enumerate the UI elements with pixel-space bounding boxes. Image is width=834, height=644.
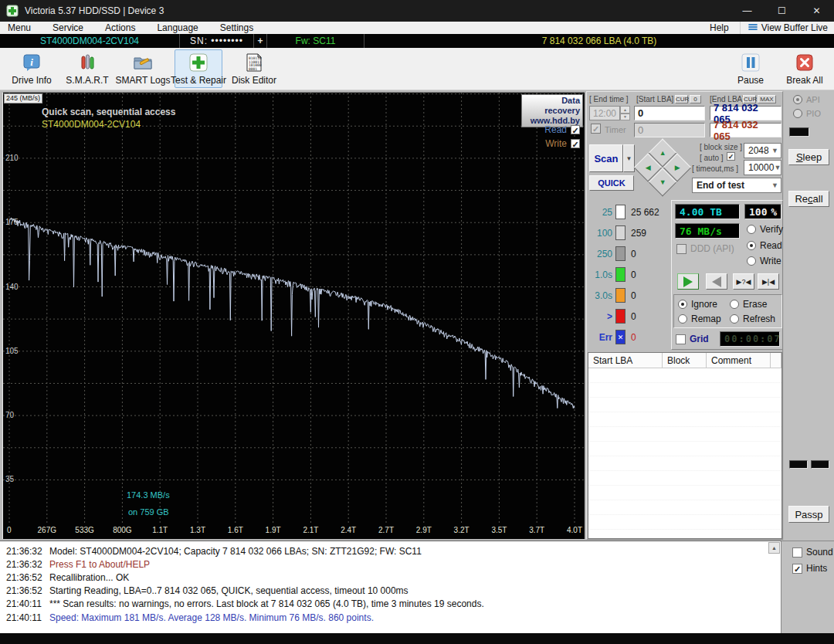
scan-dropdown-button[interactable]: ▼	[623, 144, 635, 172]
log-side-options: Sound Hints	[781, 541, 834, 633]
y-tick-label: 175	[5, 218, 19, 226]
drive-info-button[interactable]: i Drive Info	[8, 49, 56, 88]
log-scroll-up-button[interactable]: ▲	[768, 542, 780, 554]
play-forward-button[interactable]	[677, 273, 699, 290]
timer-input[interactable]: 0	[634, 123, 705, 137]
timer-checkbox[interactable]	[591, 124, 601, 134]
log-panel[interactable]: 21:36:32Model: ST4000DM004-2CV104; Capac…	[0, 541, 781, 633]
remap-radio[interactable]	[678, 314, 687, 324]
menu-item-actions[interactable]: Actions	[94, 22, 146, 34]
remap-option[interactable]: Remap	[678, 314, 721, 324]
erase-option[interactable]: Erase	[730, 299, 767, 310]
read-checkbox[interactable]	[571, 125, 580, 134]
passp-button[interactable]: Passp	[788, 506, 829, 523]
break-all-button[interactable]: Break All	[783, 49, 826, 88]
x-tick-label: 2.9T	[416, 526, 432, 534]
read-legend-label: Read	[544, 124, 567, 135]
api-radio[interactable]	[793, 95, 802, 104]
drive-info-bar: ST4000DM004-2CV104 SN: •••••••• + Fw: SC…	[0, 34, 834, 48]
sound-option[interactable]: Sound	[792, 547, 833, 558]
write-radio[interactable]	[747, 256, 756, 266]
verify-radio[interactable]	[747, 225, 756, 234]
y-tick-label: 70	[5, 411, 14, 419]
pio-radio[interactable]	[793, 109, 802, 118]
start-lba-zero-button[interactable]: 0	[690, 95, 701, 103]
defect-action-box: Ignore Erase Remap Refresh	[673, 294, 782, 328]
stat-row-fast: 2525 662	[589, 205, 659, 219]
menu-item-settings[interactable]: Settings	[209, 22, 264, 34]
read-option[interactable]: Read	[747, 240, 782, 251]
auto-label: [ auto ]	[700, 154, 724, 162]
sleep-button[interactable]: Sleep	[788, 149, 829, 165]
view-buffer-live-button[interactable]: View Buffer Live	[740, 22, 834, 34]
smart-logs-button[interactable]: SMART Logs	[119, 49, 167, 88]
close-button[interactable]: ✕	[799, 0, 834, 22]
scan-button[interactable]: Scan	[589, 144, 623, 172]
menu-item-menu[interactable]: Menu	[0, 22, 42, 34]
stat-count: 259	[631, 228, 646, 239]
sound-checkbox[interactable]	[792, 547, 802, 558]
sleep-label: leep	[803, 151, 822, 163]
minimize-button[interactable]: —	[730, 0, 764, 22]
hints-checkbox[interactable]	[792, 564, 802, 574]
ignore-radio[interactable]	[678, 300, 687, 309]
auto-checkbox[interactable]	[727, 152, 735, 161]
col-block[interactable]: Block	[663, 353, 707, 368]
stat-block	[615, 246, 626, 261]
binary-document-icon: 010110 110011 101000 0001	[244, 53, 264, 73]
disk-editor-button[interactable]: 010110 110011 101000 0001 Disk Editor	[230, 49, 278, 88]
graph-subtitle: ST4000DM004-2CV104	[42, 119, 141, 130]
hints-option[interactable]: Hints	[792, 563, 827, 574]
ddd-checkbox[interactable]	[676, 244, 687, 254]
write-checkbox[interactable]	[571, 139, 580, 148]
refresh-option[interactable]: Refresh	[730, 314, 775, 324]
ddd-option[interactable]: DDD (API)	[676, 243, 734, 254]
test-control-panel: [ End time ] [Start LBA] CUR 0 [End LBA]…	[586, 91, 783, 540]
pause-button[interactable]: Pause	[729, 49, 772, 88]
x-tick-label: 3.2T	[454, 526, 470, 534]
pio-option[interactable]: PIO	[793, 109, 821, 118]
api-option[interactable]: API	[793, 95, 820, 104]
timeout-select[interactable]: 10000▼	[744, 160, 781, 175]
col-comment[interactable]: Comment	[707, 353, 771, 368]
start-lba-cur-button[interactable]: CUR	[675, 95, 688, 103]
grid-option[interactable]: Grid	[676, 334, 709, 344]
defect-table[interactable]: Start LBA Block Comment	[588, 352, 782, 539]
side-strip: API PIO Sleep Recall Passp	[784, 90, 834, 541]
play-backward-button[interactable]	[706, 273, 727, 290]
start-lba-input[interactable]: 0	[634, 106, 705, 120]
grid-checkbox[interactable]	[676, 334, 686, 344]
maximize-button[interactable]: ☐	[764, 0, 799, 22]
refresh-radio[interactable]	[730, 314, 739, 324]
ignore-option[interactable]: Ignore	[678, 299, 717, 310]
verify-option[interactable]: Verify	[747, 224, 783, 235]
speed-graph[interactable]: 245 (MB/s) 2101751401057035 Quick scan, …	[2, 92, 585, 539]
seek-edge-button[interactable]: ▶|◀	[758, 273, 779, 290]
menu-item-help[interactable]: Help	[702, 22, 740, 34]
view-buffer-live-label: View Buffer Live	[761, 22, 828, 33]
quick-button[interactable]: QUICK	[589, 175, 634, 191]
write-option[interactable]: Write	[747, 256, 781, 266]
percent-lcd: 100%	[744, 204, 781, 219]
end-of-test-select[interactable]: End of test▼	[692, 178, 781, 193]
read-radio[interactable]	[747, 241, 756, 250]
stat-row-100ms: 100259	[589, 225, 646, 240]
buffer-stack-icon	[748, 24, 758, 32]
x-tick-label: 2.4T	[341, 526, 356, 534]
menu-item-service[interactable]: Service	[42, 22, 94, 34]
end-time-spinner[interactable]: 12:00 ▲▼	[589, 106, 630, 120]
drive-serial: SN: ••••••••	[180, 34, 254, 48]
y-axis-max-chip: 245 (MB/s)	[4, 93, 42, 103]
menu-item-language[interactable]: Language	[146, 22, 208, 34]
serial-reveal-button[interactable]: +	[254, 34, 267, 48]
erase-radio[interactable]	[730, 300, 739, 309]
test-repair-button[interactable]: Test & Repair	[175, 49, 222, 88]
menu-bar: Menu Service Actions Language Settings H…	[0, 22, 834, 34]
disk-editor-label: Disk Editor	[232, 75, 276, 86]
spinner-arrows[interactable]: ▲▼	[620, 106, 630, 120]
recall-button[interactable]: Recall	[788, 191, 829, 207]
smart-button[interactable]: S.M.A.R.T	[63, 49, 111, 88]
col-start-lba[interactable]: Start LBA	[588, 353, 663, 368]
block-size-select[interactable]: 2048▼	[744, 143, 781, 158]
seek-question-button[interactable]: ▶?◀	[733, 273, 754, 290]
